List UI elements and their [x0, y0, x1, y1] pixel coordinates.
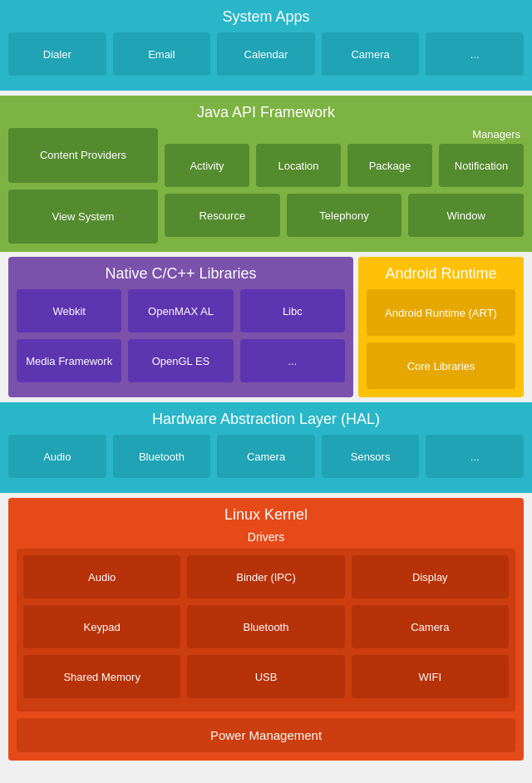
drivers-area: Audio Binder (IPC) Display Keypad Blueto… [17, 549, 515, 712]
linux-kernel-title: Linux Kernel [17, 506, 515, 524]
kernel-bluetooth-box: Bluetooth [187, 605, 344, 648]
native-libs-row2: Media Framework OpenGL ES ... [17, 339, 345, 382]
shared-memory-box: Shared Memory [23, 655, 180, 698]
keypad-box: Keypad [23, 605, 180, 648]
drivers-label: Drivers [17, 530, 515, 544]
hal-audio-box: Audio [8, 435, 106, 478]
managers-col: Managers Activity Location Package Notif… [165, 128, 524, 244]
hal-bluetooth-box: Bluetooth [113, 435, 211, 478]
activity-box: Activity [165, 144, 249, 187]
resource-box: Resource [165, 194, 280, 237]
drivers-row3: Shared Memory USB WIFI [23, 655, 509, 698]
android-runtime-title: Android Runtime [367, 265, 515, 283]
power-management-box: Power Management [17, 718, 515, 752]
native-libs-title: Native C/C++ Libraries [17, 265, 345, 283]
opengl-box: OpenGL ES [128, 339, 233, 382]
content-providers-col: Content Providers View System [8, 128, 158, 244]
system-apps-layer: System Apps Dialer Email Calendar Camera… [0, 0, 532, 91]
view-system-box: View System [8, 190, 158, 244]
package-box: Package [347, 144, 432, 187]
java-api-layer: Java API Framework Content Providers Vie… [0, 96, 532, 252]
notification-box: Notification [439, 144, 524, 187]
managers-row2: Resource Telephony Window [165, 194, 524, 237]
art-box: Android Runtime (ART) [367, 289, 515, 336]
kernel-audio-box: Audio [23, 555, 180, 598]
linux-kernel-layer: Linux Kernel Drivers Audio Binder (IPC) … [8, 498, 524, 761]
calendar-box: Calendar [217, 32, 315, 76]
dialer-box: Dialer [8, 32, 106, 76]
media-framework-box: Media Framework [17, 339, 121, 382]
native-libs-row1: Webkit OpenMAX AL Libc [17, 289, 345, 332]
libc-box: Libc [240, 289, 345, 332]
managers-row1: Activity Location Package Notification [165, 144, 524, 187]
hal-sensors-box: Sensors [322, 435, 420, 478]
usb-box: USB [187, 655, 344, 698]
binder-box: Binder (IPC) [187, 555, 344, 598]
java-api-title: Java API Framework [8, 104, 524, 121]
managers-label: Managers [165, 128, 524, 140]
more-box: ... [426, 32, 524, 76]
kernel-camera-box: Camera [352, 605, 509, 648]
telephony-box: Telephony [287, 194, 402, 237]
hal-more-box: ... [426, 435, 524, 478]
email-box: Email [113, 32, 211, 76]
hal-camera-box: Camera [217, 435, 315, 478]
native-libs-layer: Native C/C++ Libraries Webkit OpenMAX AL… [8, 257, 353, 397]
hal-row: Audio Bluetooth Camera Sensors ... [8, 435, 524, 478]
system-apps-title: System Apps [8, 8, 524, 26]
location-box: Location [256, 144, 341, 187]
webkit-box: Webkit [17, 289, 121, 332]
hal-layer: Hardware Abstraction Layer (HAL) Audio B… [0, 402, 532, 493]
native-more-box: ... [240, 339, 345, 382]
drivers-row2: Keypad Bluetooth Camera [23, 605, 509, 648]
android-runtime-layer: Android Runtime Android Runtime (ART) Co… [358, 257, 524, 397]
java-api-content: Content Providers View System Managers A… [8, 128, 524, 244]
openmax-box: OpenMAX AL [128, 289, 233, 332]
content-providers-box: Content Providers [8, 128, 158, 183]
native-runtime-row: Native C/C++ Libraries Webkit OpenMAX AL… [0, 257, 532, 397]
system-apps-row: Dialer Email Calendar Camera ... [8, 32, 524, 76]
window-box: Window [408, 194, 524, 237]
wifi-box: WIFI [352, 655, 509, 698]
core-libraries-box: Core Libraries [367, 342, 515, 389]
hal-title: Hardware Abstraction Layer (HAL) [8, 411, 524, 428]
camera-box: Camera [322, 32, 420, 76]
drivers-row1: Audio Binder (IPC) Display [23, 555, 509, 598]
display-box: Display [352, 555, 509, 598]
